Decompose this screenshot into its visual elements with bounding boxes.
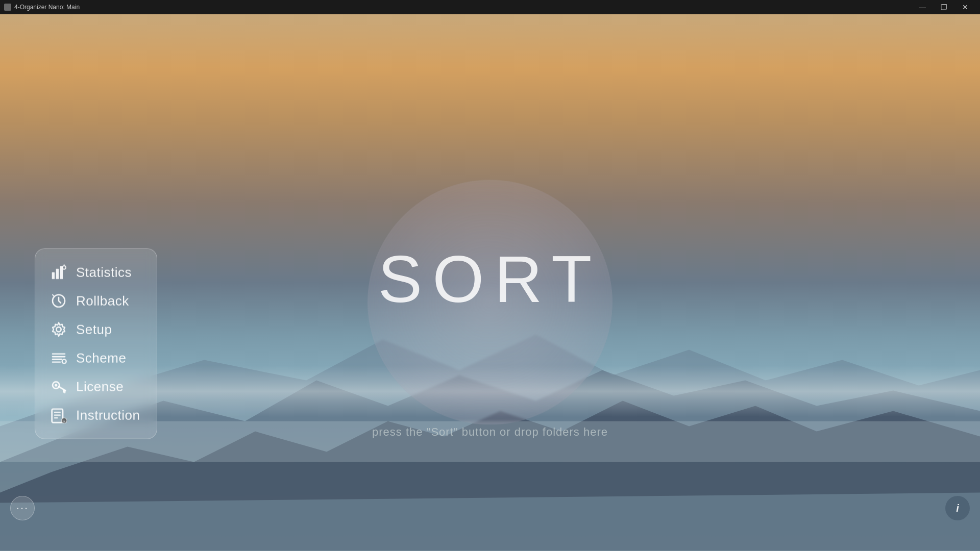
license-label: License xyxy=(76,379,124,394)
titlebar-left: 4-Organizer Nano: Main xyxy=(4,4,80,11)
minimize-button[interactable]: — xyxy=(912,0,933,14)
instruction-label: Instruction xyxy=(76,407,140,423)
sidebar-item-statistics[interactable]: Statistics xyxy=(45,258,146,287)
rollback-label: Rollback xyxy=(76,293,129,309)
clock-undo-icon xyxy=(50,292,68,310)
sidebar-item-setup[interactable]: Setup xyxy=(45,315,146,344)
sidebar-item-rollback[interactable]: Rollback xyxy=(45,287,146,315)
restore-button[interactable]: ❐ xyxy=(933,0,954,14)
gear-icon xyxy=(50,320,68,339)
statistics-label: Statistics xyxy=(76,264,132,280)
titlebar-title: 4-Organizer Nano: Main xyxy=(14,4,80,11)
info-button[interactable]: i xyxy=(945,496,970,520)
svg-point-7 xyxy=(56,327,61,332)
svg-rect-2 xyxy=(56,269,59,279)
sidebar-item-instruction[interactable]: ? Instruction xyxy=(45,401,146,430)
background: SORT press the "Sort" button or drop fol… xyxy=(0,14,980,551)
more-button[interactable]: ··· xyxy=(10,496,35,520)
menu-panel: Statistics Rollback Setup xyxy=(35,248,157,439)
scheme-label: Scheme xyxy=(76,350,126,366)
svg-point-4 xyxy=(62,266,66,269)
list-icon xyxy=(50,349,68,367)
setup-label: Setup xyxy=(76,321,112,337)
svg-point-11 xyxy=(62,359,66,363)
sort-button[interactable]: SORT xyxy=(378,241,602,317)
help-icon: ? xyxy=(50,406,68,424)
app-icon xyxy=(4,4,11,11)
bar-chart-icon xyxy=(50,263,68,282)
svg-text:?: ? xyxy=(63,420,65,423)
key-icon xyxy=(50,378,68,396)
titlebar: 4-Organizer Nano: Main — ❐ ✕ xyxy=(0,0,980,14)
svg-point-14 xyxy=(55,384,57,386)
sidebar-item-license[interactable]: License xyxy=(45,372,146,401)
sidebar-item-scheme[interactable]: Scheme xyxy=(45,344,146,372)
subtitle-text: press the "Sort" button or drop folders … xyxy=(372,425,608,439)
close-button[interactable]: ✕ xyxy=(954,0,976,14)
svg-rect-1 xyxy=(52,272,55,279)
window-controls: — ❐ ✕ xyxy=(912,0,976,14)
